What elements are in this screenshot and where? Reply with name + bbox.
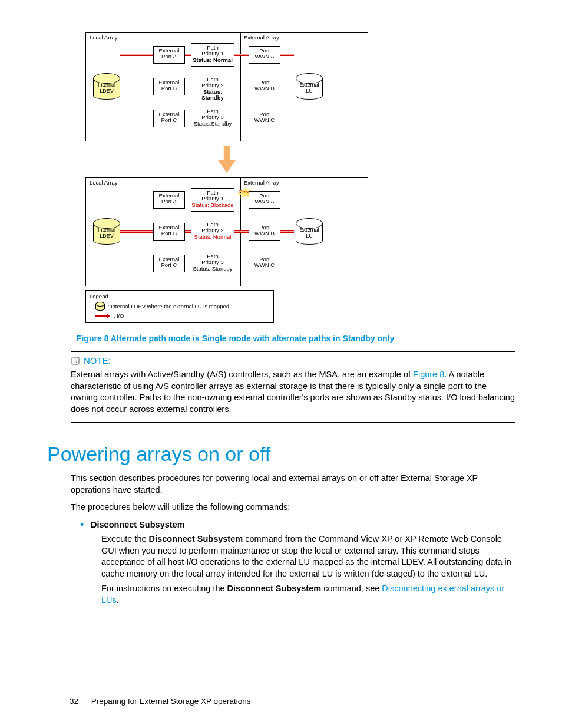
command-list: Disconnect Subsystem Execute the Disconn… — [80, 519, 515, 606]
command-item: Disconnect Subsystem Execute the Disconn… — [80, 519, 515, 606]
port-wwn-c-2: Port WWN C — [249, 255, 280, 272]
note-rule-bottom — [71, 422, 515, 423]
command-name: Disconnect Subsystem — [91, 520, 185, 529]
external-port-a-2: External Port A — [153, 191, 185, 209]
command-para-2: For instructions on executing the Discon… — [101, 583, 515, 606]
label-external-array: External Array — [244, 35, 279, 41]
legend-item-1: : Internal LDEV where the external LU is… — [108, 303, 229, 309]
label-external-array-2: External Array — [244, 180, 279, 186]
internal-ldev-icon-2: Internal LDEV — [93, 218, 120, 246]
legend-title: Legend — [90, 293, 270, 299]
section-heading: Powering arrays on or off — [47, 443, 515, 466]
note-block: NOTE: External arrays with Active/Standb… — [71, 355, 515, 415]
path-priority-2: Path Priority 2 Status: Standby — [191, 75, 234, 98]
label-local-array-2: Local Array — [90, 180, 118, 186]
note-heading: NOTE: — [84, 355, 111, 365]
svg-rect-0 — [72, 357, 79, 364]
legend-item-2: : I/O — [114, 312, 124, 319]
legend-io-arrow-icon — [95, 315, 110, 317]
port-wwn-c: Port WWN C — [249, 110, 280, 127]
external-port-b: External Port B — [153, 78, 185, 95]
path-priority-1-2: Path Priority 1 Status: Blockade — [191, 188, 234, 212]
path-priority-3: Path Priority 3 Status:Standby — [191, 107, 234, 130]
path-priority-3-2: Path Priority 3 Status: Standby — [191, 252, 234, 275]
command-para-1: Execute the Disconnect Subsystem command… — [101, 533, 515, 579]
external-port-b-2: External Port B — [153, 223, 185, 241]
internal-ldev-icon: Internal LDEV — [93, 73, 120, 101]
note-icon — [71, 356, 80, 365]
diagram-bottom: Local Array External Array Internal LDEV… — [85, 177, 368, 286]
para-1: This section describes procedures for po… — [71, 473, 515, 496]
external-lu-icon-2: External LU — [296, 218, 323, 246]
arrow-down-icon — [218, 146, 236, 173]
port-wwn-a-2: Port WWN A — [249, 191, 280, 209]
page-number: 32 — [70, 697, 78, 706]
port-wwn-a: Port WWN A — [249, 46, 280, 64]
legend: Legend : Internal LDEV where the externa… — [85, 290, 274, 323]
external-port-a: External Port A — [153, 46, 185, 64]
port-wwn-b-2: Port WWN B — [249, 223, 280, 241]
external-port-c: External Port C — [153, 110, 185, 127]
footer-title: Preparing for External Storage XP operat… — [91, 697, 251, 706]
diagram-top: Local Array External Array Internal LDEV… — [85, 32, 368, 141]
external-lu-icon: External LU — [296, 73, 323, 101]
port-wwn-b: Port WWN B — [249, 78, 280, 95]
para-2: The procedures below will utilize the fo… — [71, 502, 515, 513]
link-figure-8[interactable]: Figure 8 — [413, 370, 444, 379]
figure-caption: Figure 8 Alternate path mode is Single m… — [77, 334, 515, 343]
path-priority-1: Path Priority 1 Status: Normal — [191, 43, 234, 67]
page-footer: 32 Preparing for External Storage XP ope… — [70, 697, 250, 706]
diagram: Local Array External Array Internal LDEV… — [85, 32, 368, 323]
note-rule-top — [71, 351, 515, 352]
external-port-c-2: External Port C — [153, 255, 185, 272]
label-local-array: Local Array — [90, 35, 118, 41]
path-priority-2-2: Path Priority 2 Status: Normal — [191, 220, 234, 243]
note-body: External arrays with Active/Standby (A/S… — [71, 369, 515, 415]
legend-ldev-icon — [95, 302, 104, 311]
